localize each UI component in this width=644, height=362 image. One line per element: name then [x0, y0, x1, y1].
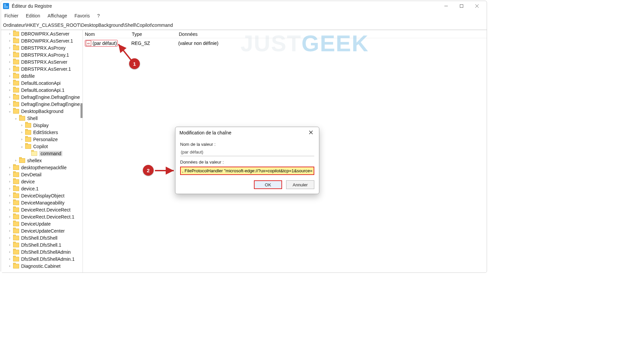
chevron-down-icon[interactable]: ⌄ — [14, 116, 18, 120]
folder-icon — [13, 229, 19, 233]
folder-icon — [13, 102, 19, 107]
chevron-right-icon[interactable]: › — [20, 137, 24, 141]
tree-item-label: DfsShell.DfsShell — [21, 235, 57, 241]
menu-favorites[interactable]: Favoris — [74, 13, 90, 18]
tree-item[interactable]: ›DeviceUpdate — [1, 220, 83, 227]
chevron-right-icon[interactable]: › — [20, 130, 24, 134]
tree-item[interactable]: ›device — [1, 178, 83, 185]
chevron-right-icon[interactable]: › — [8, 166, 12, 169]
ok-button[interactable]: OK — [254, 180, 282, 189]
tree-item[interactable]: ›desktopthemepackfile — [1, 164, 83, 171]
col-header-type[interactable]: Type — [130, 32, 177, 37]
tree-scrollbar-thumb[interactable] — [80, 103, 83, 118]
value-row[interactable]: ab(par défaut)REG_SZ(valeur non définie) — [83, 39, 487, 47]
chevron-down-icon[interactable]: ⌄ — [8, 109, 12, 113]
menu-edit[interactable]: Edition — [26, 13, 40, 18]
tree-item[interactable]: ⌄Shell — [1, 115, 83, 122]
chevron-right-icon[interactable]: › — [8, 88, 12, 92]
tree-item[interactable]: ›Personalize — [1, 136, 83, 143]
folder-icon — [13, 109, 19, 114]
folder-icon — [13, 179, 19, 184]
chevron-right-icon[interactable]: › — [8, 250, 12, 254]
folder-icon — [13, 215, 19, 219]
menu-file[interactable]: Fichier — [4, 13, 18, 18]
chevron-right-icon[interactable]: › — [8, 32, 12, 36]
tree-item-label: DefaultLocationApi — [21, 80, 61, 86]
tree-scroll[interactable]: ›DBROWPRX.AsServer›DBROWPRX.AsServer.1›D… — [1, 30, 83, 273]
chevron-right-icon[interactable]: › — [8, 229, 12, 233]
tree-item[interactable]: ›DfsShell.DfsShellAdmin.1 — [1, 255, 83, 262]
chevron-right-icon[interactable]: › — [8, 222, 12, 226]
tree-item[interactable]: ›DBROWPRX.AsServer — [1, 30, 83, 37]
cancel-button[interactable]: Annuler — [286, 180, 314, 189]
tree-item[interactable]: command — [1, 150, 83, 157]
chevron-right-icon[interactable]: › — [8, 173, 12, 176]
chevron-right-icon[interactable]: › — [8, 243, 12, 247]
tree-item[interactable]: ›DfsShell.DfsShellAdmin — [1, 248, 83, 255]
menu-help[interactable]: ? — [97, 13, 100, 18]
chevron-right-icon[interactable]: › — [14, 159, 18, 162]
tree-item[interactable]: ›DefaultLocationApi — [1, 79, 83, 86]
tree-item[interactable]: ›DBRSTPRX.AsProxy — [1, 44, 83, 51]
col-header-data[interactable]: Données — [177, 32, 487, 37]
tree-item[interactable]: ›DBROWPRX.AsServer.1 — [1, 37, 83, 44]
folder-icon — [13, 250, 19, 254]
menu-view[interactable]: Affichage — [48, 13, 67, 18]
tree-item[interactable]: ⌄DesktopBackground — [1, 108, 83, 115]
maximize-button[interactable] — [454, 1, 469, 11]
folder-icon — [13, 257, 19, 261]
chevron-right-icon[interactable]: › — [8, 187, 12, 190]
value-data-input[interactable] — [180, 167, 314, 175]
folder-icon — [13, 60, 19, 64]
tree-item[interactable]: ›DefaultLocationApi.1 — [1, 86, 83, 94]
address-bar[interactable]: Ordinateur\HKEY_CLASSES_ROOT\DesktopBack… — [1, 20, 487, 30]
chevron-right-icon[interactable]: › — [8, 95, 12, 99]
tree-item[interactable]: ›DBRSTPRX.AsServer — [1, 58, 83, 65]
tree-item[interactable]: ›DefragEngine.DefragEngine. — [1, 101, 83, 108]
chevron-right-icon[interactable]: › — [8, 39, 12, 43]
tree-item[interactable]: ›Display — [1, 122, 83, 129]
dialog-close-button[interactable] — [307, 130, 315, 136]
chevron-right-icon[interactable]: › — [8, 102, 12, 106]
chevron-right-icon[interactable]: › — [8, 264, 12, 268]
tree-item[interactable]: ›EditStickers — [1, 129, 83, 136]
chevron-right-icon[interactable]: › — [8, 236, 12, 240]
chevron-right-icon[interactable]: › — [8, 257, 12, 261]
tree-item[interactable]: ›DeviceDisplayObject — [1, 192, 83, 199]
close-button[interactable] — [469, 1, 485, 11]
chevron-right-icon[interactable]: › — [8, 53, 12, 57]
tree-item[interactable]: ›ddsfile — [1, 72, 83, 79]
chevron-right-icon[interactable]: › — [8, 67, 12, 71]
chevron-down-icon[interactable]: ⌄ — [20, 144, 24, 148]
tree-item-label: DefragEngine.DefragEngine. — [21, 102, 81, 107]
tree-item[interactable]: ›shellex — [1, 157, 83, 164]
tree-item[interactable]: ›DevDetail — [1, 171, 83, 178]
chevron-right-icon[interactable]: › — [8, 46, 12, 50]
col-header-name[interactable]: Nom — [83, 32, 130, 37]
tree-item[interactable]: ›Diagnostic.Cabinet — [1, 262, 83, 269]
tree-item[interactable]: ›device.1 — [1, 185, 83, 192]
tree-item[interactable]: ›DeviceRect.DeviceRect.1 — [1, 213, 83, 220]
tree-item[interactable]: ›DBRSTPRX.AsProxy.1 — [1, 51, 83, 58]
minimize-button[interactable] — [438, 1, 454, 11]
chevron-right-icon[interactable]: › — [8, 208, 12, 212]
chevron-right-icon[interactable]: › — [8, 215, 12, 219]
chevron-right-icon[interactable]: › — [20, 123, 24, 127]
tree-item[interactable]: ›DeviceRect.DeviceRect — [1, 206, 83, 213]
menubar: Fichier Edition Affichage Favoris ? — [1, 11, 487, 20]
tree-item[interactable]: ›DeviceManageability — [1, 199, 83, 206]
value-name-label: Nom de la valeur : — [180, 142, 314, 147]
tree-item[interactable]: ›DeviceUpdateCenter — [1, 227, 83, 234]
chevron-right-icon[interactable]: › — [8, 60, 12, 64]
chevron-right-icon[interactable]: › — [8, 74, 12, 78]
chevron-right-icon[interactable]: › — [8, 201, 12, 204]
tree-item[interactable]: ›DBRSTPRX.AsServer.1 — [1, 65, 83, 72]
tree-item[interactable]: ›DfsShell.DfsShell — [1, 234, 83, 241]
chevron-right-icon[interactable]: › — [8, 180, 12, 183]
tree-item[interactable]: ⌄Copilot — [1, 143, 83, 150]
tree-item[interactable]: ›DfsShell.DfsShell.1 — [1, 241, 83, 248]
tree-item-label: Copilot — [33, 144, 48, 149]
tree-item[interactable]: ›DefragEngine.DefragEngine — [1, 94, 83, 101]
chevron-right-icon[interactable]: › — [8, 81, 12, 85]
chevron-right-icon[interactable]: › — [8, 194, 12, 197]
